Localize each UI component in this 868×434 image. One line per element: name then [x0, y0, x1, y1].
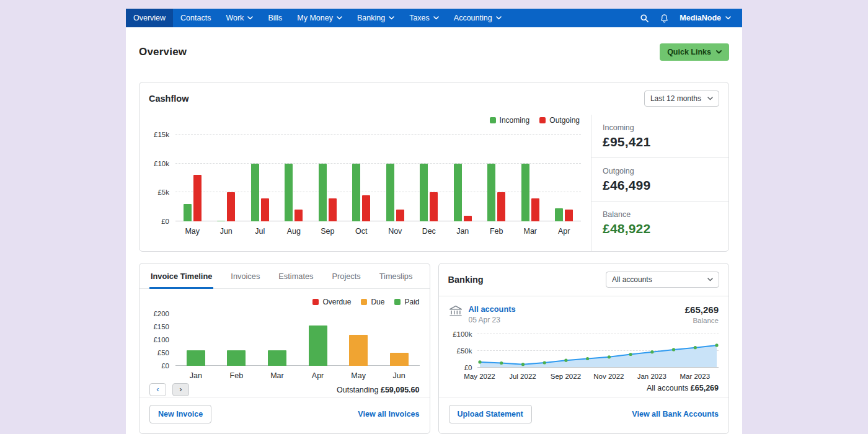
legend-swatch [312, 299, 319, 305]
bar-outgoing-aug [294, 210, 303, 221]
invoice-legend: OverdueDuePaid [149, 298, 420, 306]
bar-group-jan: Jan [187, 314, 205, 366]
bar-incoming-mar [521, 164, 529, 221]
bar-incoming-feb [487, 164, 495, 221]
summary-row-value: £95,421 [603, 135, 717, 149]
legend-label: Paid [404, 298, 419, 306]
search-button[interactable] [635, 9, 653, 27]
bell-icon [660, 14, 669, 23]
nav-item-overview[interactable]: Overview [126, 9, 173, 27]
y-axis-tick: £10k [147, 160, 169, 167]
new-invoice-button[interactable]: New Invoice [149, 405, 211, 423]
next-page-button[interactable]: › [172, 383, 189, 396]
bar-outgoing-sep [329, 198, 337, 221]
banking-account-select[interactable]: All accounts [606, 272, 719, 288]
bar-incoming-nov [386, 164, 394, 221]
x-axis-label: Sep [321, 221, 334, 236]
nav-item-accounting[interactable]: Accounting [446, 9, 509, 27]
bar-group-apr: Apr [555, 135, 573, 221]
summary-row-label: Outgoing [603, 167, 717, 175]
nav-item-label: Work [226, 14, 244, 22]
bar-incoming-aug [285, 164, 293, 221]
y-axis-tick: £150 [149, 323, 169, 330]
all-accounts-total-value: £65,269 [691, 384, 719, 392]
all-accounts-total: All accounts £65,269 [449, 384, 719, 392]
account-menu[interactable]: MediaNode [675, 14, 736, 22]
summary-row-label: Incoming [603, 123, 717, 132]
prev-page-button[interactable]: ‹ [149, 383, 166, 396]
x-axis-label: May [185, 221, 200, 236]
tab-invoices[interactable]: Invoices [229, 264, 261, 289]
bar-outgoing-jan [464, 216, 472, 221]
x-axis-label: Jan [456, 221, 469, 236]
y-axis-tick: £5k [147, 188, 169, 196]
tab-projects[interactable]: Projects [330, 264, 361, 289]
nav-item-my-money[interactable]: My Money [290, 9, 350, 27]
x-axis-label: Mar 2023 [680, 373, 710, 380]
summary-row-label: Balance [603, 210, 717, 219]
bar-group-sep: Sep [319, 135, 337, 221]
invoice-plot: £0£50£100£150£200JanFebMarAprMayJun [149, 314, 420, 366]
bar-outgoing-jul [261, 198, 269, 221]
bar-outgoing-apr [565, 210, 573, 221]
nav-item-contacts[interactable]: Contacts [173, 9, 218, 27]
bar-incoming-oct [352, 164, 360, 221]
summary-row-value: £48,922 [603, 221, 717, 236]
x-axis-label: May 2022 [464, 373, 495, 380]
bar-incoming-dec [420, 164, 428, 221]
legend-label: Due [371, 298, 384, 306]
y-axis-tick: £100 [149, 336, 169, 343]
legend-item-due: Due [361, 298, 384, 306]
y-axis-tick: £15k [147, 131, 169, 138]
legend-swatch [361, 299, 367, 305]
nav-item-label: Overview [133, 14, 166, 22]
legend-label: Outgoing [549, 116, 580, 125]
x-axis-label: Mar [523, 221, 537, 236]
bar-outgoing-feb [497, 192, 505, 221]
x-axis-label: Mar [270, 366, 284, 380]
view-all-bank-accounts-link[interactable]: View all Bank Accounts [632, 410, 719, 418]
nav-item-label: Accounting [454, 14, 492, 22]
account-name-link[interactable]: All accounts [469, 304, 516, 314]
bar-group-mar: Mar [521, 135, 539, 221]
bars-area: MayJunJulAugSepOctNovDecJanFebMarApr [175, 135, 581, 221]
account-row: All accounts 05 Apr 23 £65,269 Balance [449, 304, 719, 324]
bar-group-nov: Nov [386, 135, 404, 221]
bar-group-jun: Jun [390, 314, 409, 366]
invoice-timeline-card: Invoice TimelineInvoicesEstimatesProject… [139, 263, 430, 434]
chevron-down-icon [389, 16, 394, 20]
bar-incoming-apr [555, 208, 563, 221]
x-axis-label: Aug [287, 221, 301, 236]
bar-group-jun: Jun [217, 135, 235, 221]
cashflow-period-select[interactable]: Last 12 months [644, 91, 719, 107]
bar-group-may: May [184, 135, 202, 221]
tab-invoice-timeline[interactable]: Invoice Timeline [149, 264, 213, 289]
app-window: OverviewContactsWorkBillsMy MoneyBanking… [126, 9, 742, 434]
legend-swatch [394, 299, 401, 305]
invoice-pager: ‹ › [149, 383, 189, 396]
tab-estimates[interactable]: Estimates [277, 264, 314, 289]
cashflow-card: Cashflow Last 12 months IncomingOutgoing… [139, 82, 729, 252]
y-axis-tick: £100k [449, 330, 472, 338]
notifications-button[interactable] [655, 9, 673, 27]
upload-statement-button[interactable]: Upload Statement [449, 405, 532, 423]
nav-item-taxes[interactable]: Taxes [402, 9, 446, 27]
nav-item-work[interactable]: Work [218, 9, 260, 27]
top-navbar: OverviewContactsWorkBillsMy MoneyBanking… [126, 9, 742, 27]
bar-outgoing-mar [531, 198, 539, 221]
legend-label: Incoming [500, 116, 530, 125]
outstanding-value: £59,095.60 [381, 386, 420, 394]
nav-item-bills[interactable]: Bills [260, 9, 290, 27]
banking-card: Banking All accounts [438, 263, 730, 434]
bar-group-jul: Jul [251, 135, 269, 221]
quick-links-button[interactable]: Quick Links [660, 43, 729, 61]
cashflow-chart: IncomingOutgoing £0£5k£10k£15kMayJunJulA… [140, 115, 591, 251]
bar-outgoing-oct [362, 195, 370, 221]
nav-item-banking[interactable]: Banking [350, 9, 402, 27]
tab-timeslips[interactable]: Timeslips [378, 264, 414, 289]
cashflow-summary-incoming: Incoming£95,421 [591, 115, 728, 157]
nav-item-label: Taxes [409, 14, 430, 22]
main-content: Cashflow Last 12 months IncomingOutgoing… [126, 82, 742, 434]
outstanding-total: Outstanding £59,095.60 [337, 386, 419, 394]
view-all-invoices-link[interactable]: View all Invoices [358, 410, 419, 418]
